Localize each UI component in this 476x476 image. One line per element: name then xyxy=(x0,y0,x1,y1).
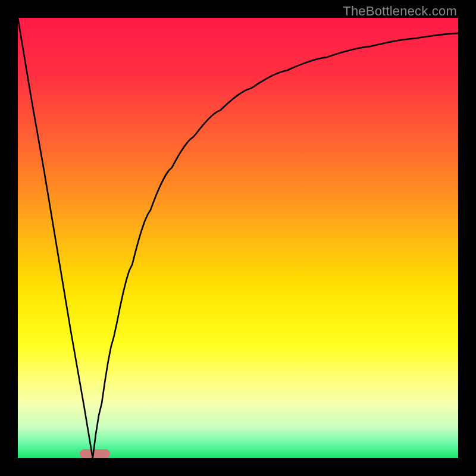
bottleneck-curve xyxy=(18,18,458,458)
plot-area xyxy=(18,18,458,458)
curve-right-branch xyxy=(93,33,458,458)
curve-left-branch xyxy=(18,18,93,458)
chart-frame: TheBottleneck.com xyxy=(0,0,476,476)
watermark-text: TheBottleneck.com xyxy=(343,4,457,19)
